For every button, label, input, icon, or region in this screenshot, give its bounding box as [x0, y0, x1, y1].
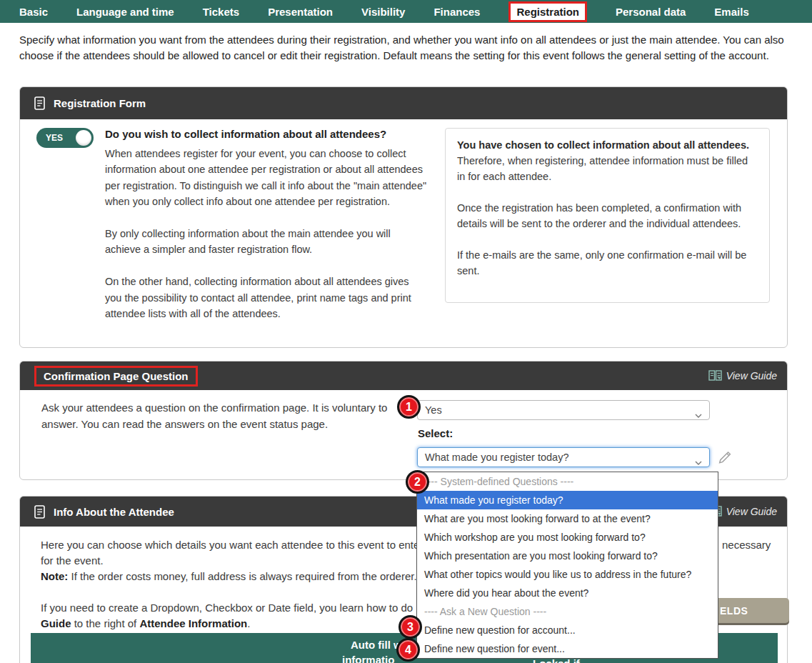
nav-tab[interactable]: Language and time: [76, 6, 174, 18]
attendee-info-line2: for the event.: [41, 553, 104, 569]
attendee-info-note: Note: If the order costs money, full add…: [41, 569, 417, 584]
chosen-setting-info-box: You have chosen to collect information a…: [445, 128, 770, 303]
document-icon: [34, 505, 45, 519]
registration-form-section: Registration Form YES Do you wish to col…: [19, 86, 788, 348]
document-icon: [34, 96, 45, 110]
guide-book-icon: [708, 370, 722, 382]
question-select[interactable]: What made you register today?: [417, 447, 710, 467]
dropdown-option[interactable]: Define new question for event...: [417, 639, 718, 658]
custom-field-howto-line2: Guide to the right of Attendee Informati…: [41, 616, 250, 632]
confirmation-question-header: Confirmation Page Question View Guide: [20, 362, 787, 390]
page-description: Specify what information you want from t…: [19, 32, 794, 64]
confirmation-question-section: Confirmation Page Question View Guide As…: [19, 361, 788, 480]
dropdown-option[interactable]: Which workshop are you most looking forw…: [417, 528, 718, 547]
toggle-yes-label: YES: [46, 133, 63, 143]
info-box-heading: You have chosen to collect information a…: [457, 137, 758, 153]
nav-tab[interactable]: Visibility: [361, 6, 405, 18]
nav-tab[interactable]: Tickets: [203, 6, 239, 18]
dropdown-option[interactable]: Define new question for account...: [417, 621, 718, 639]
dropdown-option[interactable]: What made you register today?: [417, 491, 718, 509]
nav-tab[interactable]: Finances: [433, 6, 480, 18]
annotation-marker-2: 2: [406, 470, 429, 494]
view-guide-link[interactable]: View Guide: [708, 506, 777, 517]
section-title: Info About the Attendee: [54, 506, 174, 518]
edit-question-pencil-icon[interactable]: [717, 449, 733, 468]
section-title-highlighted: Confirmation Page Question: [34, 366, 198, 387]
chevron-down-icon: [695, 409, 702, 420]
info-box-text: Therefore, when registering, attendee in…: [457, 153, 758, 279]
dropdown-option[interactable]: Which presentation are you most looking …: [417, 547, 718, 565]
nav-tab[interactable]: Basic: [19, 6, 48, 18]
dropdown-option[interactable]: What are you most looking forward to at …: [417, 509, 718, 528]
select-label: Select:: [418, 427, 453, 439]
dropdown-option[interactable]: ---- Ask a New Question ----: [417, 602, 718, 621]
view-guide-link[interactable]: View Guide: [708, 370, 777, 382]
top-nav: BasicLanguage and timeTicketsPresentatio…: [0, 0, 812, 23]
annotation-marker-3: 3: [399, 615, 422, 639]
attendee-info-line1-end: necessary: [722, 537, 771, 553]
annotation-marker-4: 4: [396, 638, 420, 662]
page: BasicLanguage and timeTicketsPresentatio…: [0, 0, 812, 663]
nav-tab[interactable]: Presentation: [268, 6, 333, 18]
registration-form-header: Registration Form: [20, 87, 787, 119]
ask-question-select[interactable]: Yes: [417, 400, 710, 420]
question-dropdown-list: ---- System-defined Questions ----What m…: [416, 472, 718, 659]
column-autofill-line2: informatio: [342, 654, 394, 663]
nav-tab[interactable]: Personal data: [616, 6, 686, 18]
attendee-info-line1: Here you can choose which details you wa…: [41, 537, 419, 553]
nav-tab[interactable]: Registration: [508, 1, 587, 22]
confirmation-question-description: Ask your attendees a question on the con…: [41, 399, 387, 432]
annotation-marker-1: 1: [397, 395, 421, 419]
collect-info-question: Do you wish to collect information about…: [105, 128, 386, 140]
collect-all-attendees-toggle[interactable]: YES: [36, 128, 94, 148]
section-title: Registration Form: [54, 97, 146, 109]
nav-tab[interactable]: Emails: [714, 6, 748, 18]
chevron-down-icon: [695, 456, 702, 467]
dropdown-option[interactable]: What other topics would you like us to a…: [417, 565, 718, 584]
dropdown-option[interactable]: Where did you hear about the event?: [417, 584, 718, 602]
dropdown-option[interactable]: ---- System-defined Questions ----: [417, 472, 718, 491]
custom-field-howto-line1: If you need to create a Dropdown, Checkb…: [41, 600, 413, 616]
collect-info-explanation: When attendees register for your event, …: [105, 146, 426, 321]
column-autofill-line1: Auto fill w: [351, 639, 402, 651]
toggle-knob: [76, 130, 91, 146]
